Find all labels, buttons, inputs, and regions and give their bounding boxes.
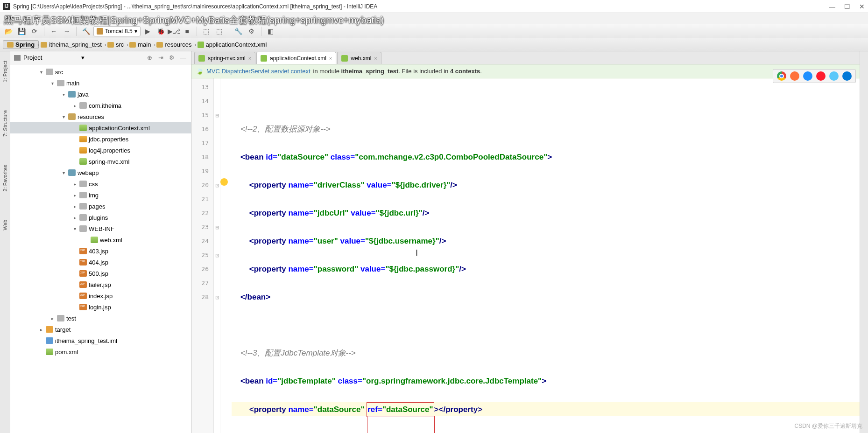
tab-spring-mvc[interactable]: spring-mvc.xml× [194,52,255,64]
chevron-down-icon[interactable]: ▾ [81,54,85,61]
project-header: Project ▾ ⊕ ⇥ ⚙ — [10,51,191,64]
tree-folder-java[interactable]: ▾java [10,89,191,100]
line-gutter: 13141516171819202122232425262728 [191,78,214,433]
firefox-icon[interactable] [790,71,799,81]
tool1-icon[interactable]: ⬚ [201,26,212,37]
fold-strip: ⊟⊡⊟⊡⊡ [214,78,220,433]
open-icon[interactable]: 📂 [3,26,14,37]
tree-file-login[interactable]: login.jsp [10,301,191,313]
safari-icon[interactable] [803,71,812,81]
settings-icon[interactable]: ⚙ [246,26,257,37]
project-panel: Project ▾ ⊕ ⇥ ⚙ — ▾src ▾main ▾java ▸com.… [10,51,191,433]
spring-icon: 🍃 [196,68,204,75]
coverage-icon[interactable]: ▶⎇ [169,26,180,37]
maximize-button[interactable]: ☐ [844,3,850,10]
tree-file-403[interactable]: 403.jsp [10,245,191,257]
collapse-icon[interactable]: ⇥ [156,54,165,62]
breadcrumb-file[interactable]: applicationContext.xml [196,41,271,48]
breadcrumb-item[interactable]: itheima_spring_test [39,41,106,48]
tree-file-log4j[interactable]: log4j.properties [10,145,191,156]
run-config-label: Tomcat 8.5 [105,28,133,35]
app-icon: IJ [3,3,10,10]
tree-file-iml[interactable]: itheima_spring_test.iml [10,335,191,346]
text-cursor-icon: I [416,248,418,258]
sidetab-project[interactable]: 1: Project [2,56,8,87]
tree-file-failer[interactable]: failer.jsp [10,279,191,290]
folder-icon [41,42,47,48]
left-tool-strip: 1: Project 7: Structure 2: Favorites Web [0,51,10,433]
sidetab-web[interactable]: Web [2,215,8,235]
tree-file-webxml[interactable]: web.xml [10,234,191,245]
tab-appcontext[interactable]: applicationContext.xml× [256,52,336,64]
breadcrumb-item[interactable]: src [106,41,127,48]
code-area[interactable]: 13141516171819202122232425262728 ⊟⊡⊟⊡⊡ <… [191,78,860,433]
run-config-select[interactable]: Tomcat 8.5 ▾ [93,26,141,36]
intention-bulb-icon[interactable] [220,178,228,186]
build-icon[interactable]: 🔨 [80,26,92,37]
tree-file-500[interactable]: 500.jsp [10,268,191,279]
tree-folder-css[interactable]: ▸css [10,178,191,189]
stop-icon[interactable]: ■ [182,26,193,37]
main-toolbar: 📂 💾 ⟳ ← → 🔨 Tomcat 8.5 ▾ ▶ 🐞 ▶⎇ ■ ⬚ ⬚ 🔧 … [0,24,868,38]
locate-icon[interactable]: ⊕ [145,54,154,62]
project-title[interactable]: Project [23,54,78,61]
edge-icon[interactable] [842,71,852,81]
folder-icon [156,42,163,48]
run-icon[interactable]: ▶ [142,26,154,37]
save-icon[interactable]: 💾 [16,26,27,37]
tree-file-404[interactable]: 404.jsp [10,257,191,268]
folder-icon [7,42,14,48]
gear-icon[interactable]: ⚙ [168,54,176,62]
tree-folder-img[interactable]: ▸img [10,189,191,201]
editor-area: spring-mvc.xml× applicationContext.xml× … [191,51,860,433]
tab-webxml[interactable]: web.xml× [337,52,381,64]
tree-folder-webinf[interactable]: ▾WEB-INF [10,223,191,234]
tree-folder-pages[interactable]: ▸pages [10,201,191,212]
close-button[interactable]: ✕ [859,3,865,10]
sidetab-favorites[interactable]: 2: Favorites [2,160,8,196]
info-link[interactable]: MVC DispatcherServlet servlet context [206,68,311,75]
tree-folder-src[interactable]: ▾src [10,66,191,77]
breadcrumb-root[interactable]: Spring [3,40,39,49]
xml-icon [341,55,348,62]
back-icon[interactable]: ← [48,26,59,37]
tree-file-jdbc[interactable]: jdbc.properties [10,133,191,145]
debug-icon[interactable]: 🐞 [155,26,167,37]
menu-file[interactable]: File [3,15,16,22]
close-icon[interactable]: × [248,56,251,61]
tree-package[interactable]: ▸com.itheima [10,100,191,111]
wrench-icon[interactable]: 🔧 [233,26,244,37]
browser-icons-bar [773,69,856,83]
tree-file-index[interactable]: index.jsp [10,290,191,301]
project-tree[interactable]: ▾src ▾main ▾java ▸com.itheima ▾resources… [10,64,191,433]
refresh-icon[interactable]: ⟳ [29,26,40,37]
tree-folder-webapp[interactable]: ▾webapp [10,167,191,178]
close-icon[interactable]: × [374,56,377,61]
breadcrumb-item[interactable]: main [127,41,155,48]
breadcrumb-item[interactable]: resources [155,41,195,48]
xml-icon [261,55,267,62]
titlebar: IJ Spring [C:\Users\Apple\IdeaProjects\S… [0,0,868,13]
forward-icon[interactable]: → [61,26,72,37]
code-content[interactable]: <!--2、配置数据源对象--> <bean id="dataSource" c… [220,78,860,433]
tool2-icon[interactable]: ⬚ [214,26,225,37]
tree-file-appctx[interactable]: applicationContext.xml [10,122,191,133]
chrome-icon[interactable] [777,71,786,81]
ie-icon[interactable] [829,71,839,81]
tree-folder-target[interactable]: ▸target [10,324,191,335]
editor-tabs: spring-mvc.xml× applicationContext.xml× … [191,51,860,64]
structure-icon[interactable]: ◧ [265,26,276,37]
sidetab-structure[interactable]: 7: Structure [2,105,8,141]
tree-folder-test[interactable]: ▸test [10,313,191,324]
info-bar: 🍃 MVC DispatcherServlet servlet context … [191,64,860,78]
minimize-button[interactable]: — [829,3,835,10]
tree-folder-main[interactable]: ▾main [10,77,191,89]
tree-folder-plugins[interactable]: ▸plugins [10,212,191,223]
tree-file-springmvc[interactable]: spring-mvc.xml [10,156,191,167]
tree-folder-resources[interactable]: ▾resources [10,111,191,122]
breadcrumbs: Spring itheima_spring_test src main reso… [0,38,868,51]
hide-icon[interactable]: — [179,54,187,62]
close-icon[interactable]: × [329,56,332,61]
opera-icon[interactable] [816,71,826,81]
tree-file-pom[interactable]: pom.xml [10,346,191,357]
